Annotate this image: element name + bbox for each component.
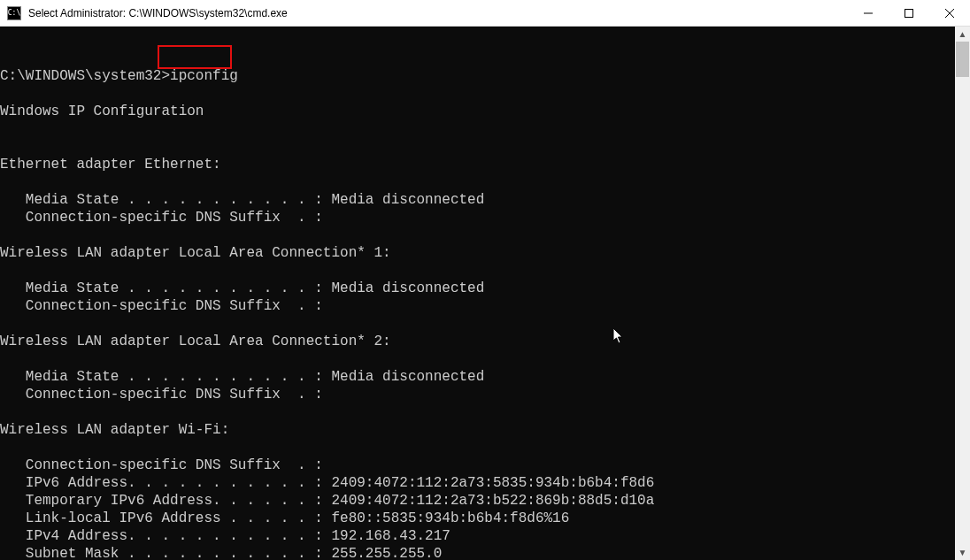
scroll-up-arrow-icon[interactable]: ▲ (955, 27, 970, 42)
cmd-icon: C:\ (7, 6, 21, 20)
adapter-0-line-1: Connection-specific DNS Suffix . : (0, 210, 323, 226)
adapter-1-line-1: Connection-specific DNS Suffix . : (0, 298, 323, 314)
adapter-2-line-0: Media State . . . . . . . . . . . : Medi… (0, 369, 484, 385)
adapter-3-line-2: Temporary IPv6 Address. . . . . . : 2409… (0, 493, 654, 509)
terminal-content: C:\WINDOWS\system32>ipconfig Windows IP … (0, 62, 955, 560)
adapter-2-name: Wireless LAN adapter Local Area Connecti… (0, 334, 391, 349)
adapter-3-line-1: IPv6 Address. . . . . . . . . . . : 2409… (0, 475, 654, 491)
header-text: Windows IP Configuration (0, 104, 204, 119)
terminal-area: C:\WINDOWS\system32>ipconfig Windows IP … (0, 27, 970, 560)
vertical-scrollbar[interactable]: ▲ ▼ (955, 27, 970, 560)
prompt-text: C:\WINDOWS\system32> (0, 68, 170, 84)
adapter-2-line-1: Connection-specific DNS Suffix . : (0, 387, 323, 403)
terminal[interactable]: C:\WINDOWS\system32>ipconfig Windows IP … (0, 27, 955, 560)
close-button[interactable] (929, 0, 970, 26)
maximize-button[interactable] (889, 0, 929, 26)
adapter-1-name: Wireless LAN adapter Local Area Connecti… (0, 245, 391, 261)
window-titlebar: C:\ Select Administrator: C:\WINDOWS\sys… (0, 0, 970, 27)
svg-rect-1 (905, 9, 913, 17)
scrollbar-thumb[interactable] (956, 42, 969, 77)
adapter-3-line-4: IPv4 Address. . . . . . . . . . . : 192.… (0, 528, 450, 544)
minimize-icon (864, 9, 873, 18)
close-icon (945, 9, 954, 18)
adapter-0-line-0: Media State . . . . . . . . . . . : Medi… (0, 192, 484, 208)
adapter-1-line-0: Media State . . . . . . . . . . . : Medi… (0, 280, 484, 296)
adapter-3-line-3: Link-local IPv6 Address . . . . . : fe80… (0, 510, 569, 526)
maximize-icon (905, 9, 913, 18)
scroll-down-arrow-icon[interactable]: ▼ (955, 545, 970, 560)
minimize-button[interactable] (848, 0, 889, 26)
adapter-0-name: Ethernet adapter Ethernet: (0, 157, 221, 173)
adapter-3-line-0: Connection-specific DNS Suffix . : (0, 457, 323, 473)
window-title: Select Administrator: C:\WINDOWS\system3… (28, 7, 848, 19)
adapter-3-name: Wireless LAN adapter Wi-Fi: (0, 422, 229, 438)
adapter-3-line-5: Subnet Mask . . . . . . . . . . . : 255.… (0, 546, 442, 560)
window-controls (848, 0, 970, 26)
command-text: ipconfig (170, 68, 238, 84)
